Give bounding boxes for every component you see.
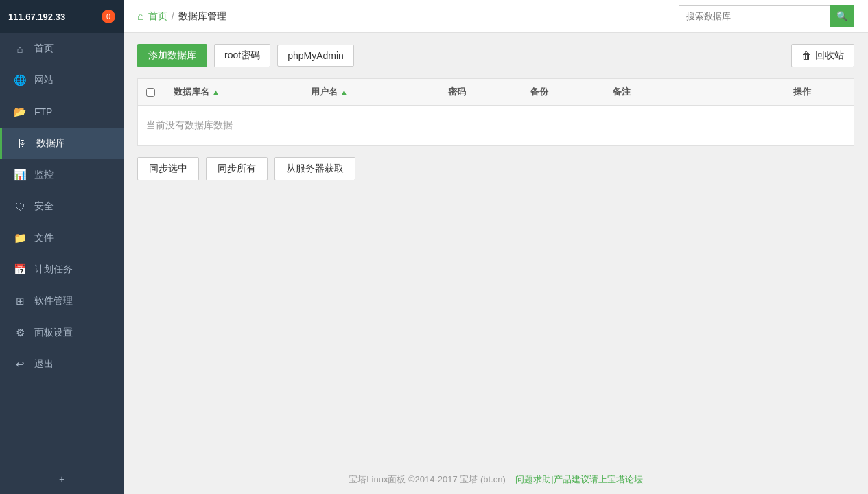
sidebar-item-home[interactable]: ⌂ 首页	[0, 33, 124, 64]
database-icon: 🗄	[16, 138, 28, 150]
sidebar-label-software: 软件管理	[34, 295, 73, 307]
breadcrumb: ⌂ 首页 / 数据库管理	[137, 10, 672, 23]
software-icon: ⊞	[14, 295, 26, 307]
fetch-from-server-button[interactable]: 从服务器获取	[274, 157, 355, 180]
breadcrumb-separator: /	[172, 11, 174, 22]
sidebar-nav: ⌂ 首页 🌐 网站 📂 FTP 🗄 数据库 📊 监控 🛡 安全	[0, 33, 124, 464]
recycle-label: 回收站	[815, 49, 844, 62]
sync-selected-button[interactable]: 同步选中	[137, 157, 199, 180]
th-backup: 备份	[522, 79, 605, 105]
th-remark-label: 备注	[613, 86, 631, 98]
select-all-checkbox[interactable]	[146, 88, 155, 97]
search-input[interactable]	[679, 5, 830, 27]
sidebar-item-logout[interactable]: ↩ 退出	[0, 349, 124, 380]
th-password-label: 密码	[448, 86, 466, 98]
table-header: 数据库名 ▲ 用户名 ▲ 密码 备份 备注	[138, 79, 854, 106]
main-content: ⌂ 首页 / 数据库管理 🔍 添加数据库 root密码 phpMyAdmin 🗑	[124, 0, 868, 494]
th-username-label: 用户名	[311, 86, 338, 98]
server-ip: 111.67.192.33	[8, 12, 65, 22]
sidebar-item-ftp[interactable]: 📂 FTP	[0, 96, 124, 128]
th-actions: 操作	[785, 79, 854, 105]
th-remark: 备注	[605, 79, 785, 105]
th-db-name-label: 数据库名	[174, 86, 209, 98]
search-icon: 🔍	[836, 11, 848, 21]
recycle-icon: 🗑	[801, 50, 811, 61]
sidebar-label-home: 首页	[34, 43, 54, 55]
settings-icon: ⚙	[14, 327, 26, 339]
breadcrumb-home[interactable]: 首页	[148, 10, 167, 23]
security-icon: 🛡	[14, 201, 26, 213]
logout-icon: ↩	[14, 358, 26, 370]
th-username: 用户名 ▲	[303, 79, 440, 105]
add-database-button[interactable]: 添加数据库	[137, 44, 207, 67]
th-actions-label: 操作	[793, 86, 811, 98]
website-icon: 🌐	[14, 74, 26, 86]
sidebar-label-files: 文件	[34, 232, 54, 244]
sidebar-item-files[interactable]: 📁 文件	[0, 222, 124, 254]
footer-copyright: 宝塔Linux面板 ©2014-2017 宝塔 (bt.cn)	[349, 474, 506, 484]
sidebar-item-software[interactable]: ⊞ 软件管理	[0, 285, 124, 317]
bottom-actions: 同步选中 同步所有 从服务器获取	[137, 157, 854, 180]
sidebar-header: 111.67.192.33 0	[0, 0, 124, 33]
notification-badge: 0	[102, 10, 115, 23]
tasks-icon: 📅	[14, 263, 26, 276]
recycle-bin-button[interactable]: 🗑 回收站	[791, 44, 854, 67]
sort-icon-username[interactable]: ▲	[340, 88, 348, 96]
sidebar-label-database: 数据库	[36, 137, 65, 150]
sidebar-label-ftp: FTP	[34, 106, 52, 117]
breadcrumb-current: 数据库管理	[178, 10, 226, 23]
phpmyadmin-button[interactable]: phpMyAdmin	[277, 45, 354, 67]
table-empty-message: 当前没有数据库数据	[138, 106, 854, 145]
th-password: 密码	[440, 79, 522, 105]
sidebar-label-website: 网站	[34, 74, 54, 86]
th-db-name: 数据库名 ▲	[165, 79, 303, 105]
sidebar-item-monitor[interactable]: 📊 监控	[0, 159, 124, 191]
sidebar-label-settings: 面板设置	[34, 327, 73, 339]
root-password-button[interactable]: root密码	[214, 44, 270, 67]
sidebar-add-button[interactable]: +	[0, 464, 124, 494]
search-button[interactable]: 🔍	[830, 5, 854, 27]
monitor-icon: 📊	[14, 169, 26, 181]
sidebar-label-logout: 退出	[34, 358, 54, 370]
sync-all-button[interactable]: 同步所有	[206, 157, 268, 180]
footer: 宝塔Linux面板 ©2014-2017 宝塔 (bt.cn) 问题求助|产品建…	[124, 465, 868, 494]
toolbar: 添加数据库 root密码 phpMyAdmin 🗑 回收站	[137, 44, 854, 67]
breadcrumb-home-icon: ⌂	[137, 10, 144, 23]
add-icon: +	[59, 473, 64, 484]
sidebar-item-settings[interactable]: ⚙ 面板设置	[0, 317, 124, 349]
page-body: 添加数据库 root密码 phpMyAdmin 🗑 回收站 数据库名 ▲	[124, 33, 868, 465]
ftp-icon: 📂	[14, 106, 26, 118]
sidebar-label-security: 安全	[34, 200, 54, 213]
sidebar-item-database[interactable]: 🗄 数据库	[0, 128, 124, 159]
search-wrapper: 🔍	[679, 5, 854, 27]
sidebar-label-tasks: 计划任务	[34, 263, 73, 276]
sort-icon-db-name[interactable]: ▲	[212, 88, 220, 96]
database-table: 数据库名 ▲ 用户名 ▲ 密码 备份 备注	[137, 78, 854, 146]
files-icon: 📁	[14, 232, 26, 244]
sidebar: 111.67.192.33 0 ⌂ 首页 🌐 网站 📂 FTP 🗄 数据库 📊	[0, 0, 124, 494]
sidebar-label-monitor: 监控	[34, 169, 54, 181]
sidebar-item-tasks[interactable]: 📅 计划任务	[0, 254, 124, 285]
sidebar-item-security[interactable]: 🛡 安全	[0, 191, 124, 222]
footer-help-link[interactable]: 问题求助|产品建议请上宝塔论坛	[515, 474, 642, 484]
th-backup-label: 备份	[530, 86, 548, 98]
home-icon: ⌂	[14, 43, 26, 55]
sidebar-item-website[interactable]: 🌐 网站	[0, 64, 124, 96]
th-checkbox	[138, 79, 165, 105]
topbar: ⌂ 首页 / 数据库管理 🔍	[124, 0, 868, 33]
